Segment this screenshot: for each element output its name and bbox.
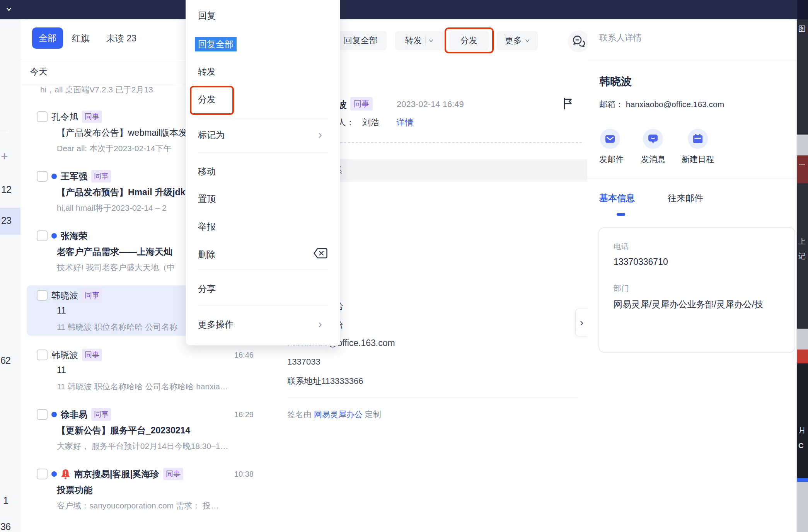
menu-item-forward[interactable]: 转发 (198, 66, 216, 78)
context-menu: 回复 回复全部 转发 分发 标记为 › 移动 置顶 举报 删除 分享 更多操作 … (186, 0, 340, 346)
unread-dot-icon (51, 174, 57, 179)
recipient-name[interactable]: 刘浩 (362, 118, 379, 127)
colleague-badge: 同事 (91, 170, 111, 182)
alert-bell-icon (61, 469, 70, 479)
new-schedule-button[interactable] (688, 129, 708, 149)
collapse-chevron-icon[interactable] (6, 7, 12, 12)
checkbox[interactable] (37, 469, 48, 479)
highlighted-text: 回复全部 (195, 37, 237, 51)
sliver-block (797, 155, 808, 183)
expand-panel-button[interactable]: › (575, 309, 588, 336)
sender-name: 孔令旭 (51, 111, 78, 123)
mail-time: 16:29 (234, 410, 254, 419)
list-item[interactable]: 韩晓波 同事 16:46 11 11 韩晓波 职位名称哈哈 公司名称哈哈 han… (20, 346, 271, 397)
checkbox[interactable] (37, 409, 48, 420)
colleague-badge: 同事 (350, 97, 373, 111)
menu-item-delete[interactable]: 删除 (198, 249, 216, 261)
brand-link[interactable]: 网易灵犀办公 (314, 410, 363, 419)
phone-value[interactable]: 13370336710 (614, 257, 668, 267)
sender-name: 徐非易 (61, 409, 87, 421)
menu-item-share[interactable]: 分享 (198, 283, 216, 295)
session-chat-button[interactable] (568, 31, 590, 52)
flag-icon[interactable] (563, 97, 574, 110)
sliver-block (799, 164, 805, 165)
tab-basic-info[interactable]: 基本信息 (599, 192, 635, 204)
sliver-block (797, 478, 808, 482)
chevron-right-icon: › (580, 317, 583, 329)
list-item[interactable]: 徐非易 同事 16:29 【更新公告】服务平台_20230214 大家好， 服务… (20, 406, 271, 457)
background-window-sliver: 图 上 记 月 C (797, 0, 808, 532)
sender-name: 张海荣 (61, 230, 87, 242)
chevron-down-icon[interactable] (525, 38, 530, 43)
colleague-badge: 同事 (82, 111, 102, 123)
signature-address: 联系地址113333366 (287, 375, 363, 387)
unread-dot-icon (51, 233, 57, 239)
send-message-button[interactable] (643, 129, 663, 149)
divider (587, 179, 796, 179)
sliver-block (797, 363, 808, 478)
chevron-down-icon[interactable] (429, 38, 433, 43)
recipient-row: 人： 刘浩 详情 (338, 117, 413, 128)
menu-item-reply[interactable]: 回复 (198, 10, 216, 22)
reply-all-button[interactable]: 回复全部 (335, 31, 387, 50)
tab-unread[interactable]: 未读 23 (106, 32, 136, 44)
list-item[interactable]: 南京搜易|客服|奚海珍 同事 10:38 投票功能 客户域：sanyoucorp… (20, 466, 271, 517)
sliver-glyph: 上 (798, 237, 806, 247)
menu-divider (198, 118, 328, 118)
folder-unread-count[interactable]: 62 (0, 355, 10, 366)
folder-unread-count[interactable]: 12 (1, 184, 11, 195)
message-icon (647, 133, 659, 145)
email-label: 邮箱： (599, 100, 624, 109)
menu-item-more-actions[interactable]: 更多操作 (198, 319, 234, 331)
checkbox[interactable] (37, 290, 48, 301)
mail-subject: 【产品发布预告】Hmail 升级jdk (57, 186, 185, 198)
mail-subject: 11 (57, 305, 66, 316)
mail-preview: 11 韩晓波 职位名称哈哈 公司名称哈哈 hanxia… (57, 381, 228, 392)
sliver-glyph: 记 (798, 251, 806, 261)
sliver-block (797, 135, 808, 155)
email-value[interactable]: hanxiaobo@office.163.com (626, 100, 724, 109)
mail-subject: 老客户产品需求——上海天灿 (57, 246, 172, 258)
checkbox[interactable] (37, 230, 48, 241)
mail-preview: Dear all: 本次于2023-02-14下午 (57, 143, 171, 154)
contact-panel-title: 联系人详情 (599, 32, 642, 44)
tab-all[interactable]: 全部 (32, 27, 63, 49)
list-item-preview-fragment[interactable]: hi，all 桌面端V7.2.3 已于2月13 (40, 84, 153, 95)
folder-unread-count[interactable]: 36 (0, 521, 10, 532)
add-folder-icon[interactable]: + (1, 151, 12, 162)
forward-button[interactable]: 转发 (395, 31, 443, 50)
checkbox[interactable] (37, 350, 48, 360)
menu-item-report[interactable]: 举报 (198, 221, 216, 233)
unread-dot-icon (51, 471, 57, 477)
menu-item-pin[interactable]: 置顶 (198, 193, 216, 205)
mail-preview: 技术好! 我司老客户盛大天地（中 (57, 262, 175, 273)
unread-dot-icon (51, 412, 57, 417)
divider (425, 36, 426, 46)
contact-panel: 联系人详情 韩晓波 邮箱： hanxiaobo@office.163.com (587, 19, 797, 532)
mail-icon (604, 133, 616, 145)
menu-item-move[interactable]: 移动 (198, 165, 216, 177)
annotation-red-box (445, 27, 494, 53)
folder-unread-count[interactable]: 23 (1, 215, 11, 226)
checkbox[interactable] (37, 111, 48, 122)
signature-footer: 签名由 网易灵犀办公 定制 (287, 409, 381, 420)
sliver-block (797, 0, 808, 19)
reply-all-label: 回复全部 (344, 35, 378, 46)
send-mail-button[interactable] (600, 129, 620, 149)
mail-subject: 投票功能 (57, 484, 92, 496)
checkbox[interactable] (37, 171, 48, 182)
mail-preview: hi,all hmail将于2023-02-14 – 2 (57, 203, 167, 213)
colleague-badge: 同事 (82, 289, 102, 302)
menu-divider (198, 152, 328, 153)
colleague-badge: 同事 (82, 349, 102, 361)
menu-item-reply-all[interactable]: 回复全部 (198, 38, 234, 50)
details-link[interactable]: 详情 (396, 118, 413, 127)
active-tab-indicator (617, 213, 625, 216)
tab-flag[interactable]: 红旗 (72, 32, 90, 44)
folder-unread-count[interactable]: 1 (3, 495, 8, 506)
menu-item-mark-as[interactable]: 标记为 (198, 129, 225, 141)
tab-mail-history[interactable]: 往来邮件 (668, 192, 703, 204)
calendar-icon (692, 133, 704, 145)
mail-subject: 11 (57, 365, 66, 375)
more-button[interactable]: 更多 (497, 31, 538, 50)
